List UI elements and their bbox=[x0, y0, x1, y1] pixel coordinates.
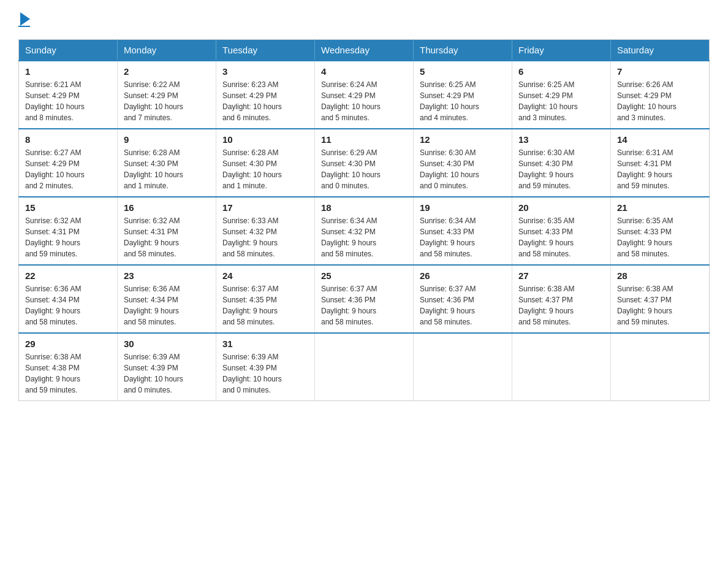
day-number: 3 bbox=[222, 66, 308, 77]
day-number: 17 bbox=[222, 202, 308, 213]
calendar-week-row: 1 Sunrise: 6:21 AMSunset: 4:29 PMDayligh… bbox=[19, 61, 710, 129]
calendar-cell: 13 Sunrise: 6:30 AMSunset: 4:30 PMDaylig… bbox=[512, 129, 611, 197]
day-number: 4 bbox=[321, 66, 407, 77]
day-info: Sunrise: 6:38 AMSunset: 4:37 PMDaylight:… bbox=[617, 285, 673, 326]
calendar-cell: 10 Sunrise: 6:28 AMSunset: 4:30 PMDaylig… bbox=[216, 129, 315, 197]
day-number: 28 bbox=[617, 270, 703, 281]
calendar-cell bbox=[315, 333, 414, 401]
day-number: 14 bbox=[617, 134, 703, 145]
weekday-header-friday: Friday bbox=[512, 40, 611, 61]
calendar-cell: 27 Sunrise: 6:38 AMSunset: 4:37 PMDaylig… bbox=[512, 265, 611, 333]
day-number: 26 bbox=[420, 270, 506, 281]
day-number: 25 bbox=[321, 270, 407, 281]
day-info: Sunrise: 6:21 AMSunset: 4:29 PMDaylight:… bbox=[25, 80, 85, 122]
day-info: Sunrise: 6:32 AMSunset: 4:31 PMDaylight:… bbox=[124, 216, 180, 258]
day-number: 7 bbox=[617, 66, 703, 77]
day-info: Sunrise: 6:37 AMSunset: 4:36 PMDaylight:… bbox=[321, 285, 377, 326]
calendar-cell: 4 Sunrise: 6:24 AMSunset: 4:29 PMDayligh… bbox=[315, 61, 414, 129]
day-number: 22 bbox=[25, 270, 111, 281]
calendar-cell: 23 Sunrise: 6:36 AMSunset: 4:34 PMDaylig… bbox=[118, 265, 216, 333]
calendar-cell: 20 Sunrise: 6:35 AMSunset: 4:33 PMDaylig… bbox=[512, 197, 611, 265]
day-number: 23 bbox=[124, 270, 210, 281]
day-number: 1 bbox=[25, 66, 111, 77]
day-info: Sunrise: 6:39 AMSunset: 4:39 PMDaylight:… bbox=[124, 353, 183, 394]
day-info: Sunrise: 6:37 AMSunset: 4:36 PMDaylight:… bbox=[420, 285, 476, 326]
calendar-cell: 26 Sunrise: 6:37 AMSunset: 4:36 PMDaylig… bbox=[414, 265, 512, 333]
calendar-cell: 3 Sunrise: 6:23 AMSunset: 4:29 PMDayligh… bbox=[216, 61, 315, 129]
calendar-cell: 16 Sunrise: 6:32 AMSunset: 4:31 PMDaylig… bbox=[118, 197, 216, 265]
calendar-cell: 8 Sunrise: 6:27 AMSunset: 4:29 PMDayligh… bbox=[19, 129, 118, 197]
weekday-header-tuesday: Tuesday bbox=[216, 40, 315, 61]
day-info: Sunrise: 6:37 AMSunset: 4:35 PMDaylight:… bbox=[222, 285, 278, 326]
day-number: 5 bbox=[420, 66, 506, 77]
day-info: Sunrise: 6:38 AMSunset: 4:38 PMDaylight:… bbox=[25, 353, 81, 394]
weekday-header-row: SundayMondayTuesdayWednesdayThursdayFrid… bbox=[19, 40, 710, 61]
day-info: Sunrise: 6:35 AMSunset: 4:33 PMDaylight:… bbox=[617, 216, 673, 258]
calendar-cell: 28 Sunrise: 6:38 AMSunset: 4:37 PMDaylig… bbox=[611, 265, 710, 333]
day-number: 24 bbox=[222, 270, 308, 281]
day-number: 18 bbox=[321, 202, 407, 213]
calendar-cell: 1 Sunrise: 6:21 AMSunset: 4:29 PMDayligh… bbox=[19, 61, 118, 129]
calendar-cell: 29 Sunrise: 6:38 AMSunset: 4:38 PMDaylig… bbox=[19, 333, 118, 401]
weekday-header-saturday: Saturday bbox=[611, 40, 710, 61]
calendar-cell: 24 Sunrise: 6:37 AMSunset: 4:35 PMDaylig… bbox=[216, 265, 315, 333]
day-info: Sunrise: 6:38 AMSunset: 4:37 PMDaylight:… bbox=[518, 285, 574, 326]
calendar-table: SundayMondayTuesdayWednesdayThursdayFrid… bbox=[18, 39, 710, 401]
day-number: 10 bbox=[222, 134, 308, 145]
day-number: 12 bbox=[420, 134, 506, 145]
day-number: 21 bbox=[617, 202, 703, 213]
day-number: 8 bbox=[25, 134, 111, 145]
day-info: Sunrise: 6:34 AMSunset: 4:32 PMDaylight:… bbox=[321, 216, 377, 258]
day-number: 27 bbox=[518, 270, 604, 281]
weekday-header-sunday: Sunday bbox=[19, 40, 118, 61]
day-info: Sunrise: 6:29 AMSunset: 4:30 PMDaylight:… bbox=[321, 148, 381, 190]
day-number: 15 bbox=[25, 202, 111, 213]
page-header bbox=[18, 12, 710, 27]
calendar-cell: 6 Sunrise: 6:25 AMSunset: 4:29 PMDayligh… bbox=[512, 61, 611, 129]
calendar-cell: 22 Sunrise: 6:36 AMSunset: 4:34 PMDaylig… bbox=[19, 265, 118, 333]
day-number: 13 bbox=[518, 134, 604, 145]
day-number: 19 bbox=[420, 202, 506, 213]
day-number: 11 bbox=[321, 134, 407, 145]
calendar-cell: 5 Sunrise: 6:25 AMSunset: 4:29 PMDayligh… bbox=[414, 61, 512, 129]
day-info: Sunrise: 6:24 AMSunset: 4:29 PMDaylight:… bbox=[321, 80, 381, 122]
day-info: Sunrise: 6:33 AMSunset: 4:32 PMDaylight:… bbox=[222, 216, 278, 258]
calendar-cell: 25 Sunrise: 6:37 AMSunset: 4:36 PMDaylig… bbox=[315, 265, 414, 333]
day-info: Sunrise: 6:27 AMSunset: 4:29 PMDaylight:… bbox=[25, 148, 85, 190]
calendar-cell: 9 Sunrise: 6:28 AMSunset: 4:30 PMDayligh… bbox=[118, 129, 216, 197]
day-info: Sunrise: 6:25 AMSunset: 4:29 PMDaylight:… bbox=[518, 80, 578, 122]
day-info: Sunrise: 6:32 AMSunset: 4:31 PMDaylight:… bbox=[25, 216, 81, 258]
calendar-cell bbox=[512, 333, 611, 401]
day-number: 16 bbox=[124, 202, 210, 213]
day-info: Sunrise: 6:30 AMSunset: 4:30 PMDaylight:… bbox=[518, 148, 574, 190]
day-info: Sunrise: 6:28 AMSunset: 4:30 PMDaylight:… bbox=[222, 148, 282, 190]
calendar-cell: 30 Sunrise: 6:39 AMSunset: 4:39 PMDaylig… bbox=[118, 333, 216, 401]
calendar-cell: 17 Sunrise: 6:33 AMSunset: 4:32 PMDaylig… bbox=[216, 197, 315, 265]
day-number: 29 bbox=[25, 339, 111, 349]
day-info: Sunrise: 6:22 AMSunset: 4:29 PMDaylight:… bbox=[124, 80, 183, 122]
weekday-header-thursday: Thursday bbox=[414, 40, 512, 61]
weekday-header-wednesday: Wednesday bbox=[315, 40, 414, 61]
calendar-week-row: 15 Sunrise: 6:32 AMSunset: 4:31 PMDaylig… bbox=[19, 197, 710, 265]
calendar-cell: 2 Sunrise: 6:22 AMSunset: 4:29 PMDayligh… bbox=[118, 61, 216, 129]
day-info: Sunrise: 6:28 AMSunset: 4:30 PMDaylight:… bbox=[124, 148, 183, 190]
calendar-week-row: 22 Sunrise: 6:36 AMSunset: 4:34 PMDaylig… bbox=[19, 265, 710, 333]
day-info: Sunrise: 6:23 AMSunset: 4:29 PMDaylight:… bbox=[222, 80, 282, 122]
calendar-cell: 18 Sunrise: 6:34 AMSunset: 4:32 PMDaylig… bbox=[315, 197, 414, 265]
calendar-cell bbox=[414, 333, 512, 401]
day-number: 9 bbox=[124, 134, 210, 145]
calendar-cell: 15 Sunrise: 6:32 AMSunset: 4:31 PMDaylig… bbox=[19, 197, 118, 265]
calendar-week-row: 8 Sunrise: 6:27 AMSunset: 4:29 PMDayligh… bbox=[19, 129, 710, 197]
day-info: Sunrise: 6:39 AMSunset: 4:39 PMDaylight:… bbox=[222, 353, 282, 394]
day-info: Sunrise: 6:31 AMSunset: 4:31 PMDaylight:… bbox=[617, 148, 673, 190]
calendar-cell: 21 Sunrise: 6:35 AMSunset: 4:33 PMDaylig… bbox=[611, 197, 710, 265]
day-info: Sunrise: 6:35 AMSunset: 4:33 PMDaylight:… bbox=[518, 216, 574, 258]
calendar-cell: 11 Sunrise: 6:29 AMSunset: 4:30 PMDaylig… bbox=[315, 129, 414, 197]
calendar-cell bbox=[611, 333, 710, 401]
day-number: 2 bbox=[124, 66, 210, 77]
calendar-cell: 19 Sunrise: 6:34 AMSunset: 4:33 PMDaylig… bbox=[414, 197, 512, 265]
calendar-cell: 14 Sunrise: 6:31 AMSunset: 4:31 PMDaylig… bbox=[611, 129, 710, 197]
calendar-cell: 31 Sunrise: 6:39 AMSunset: 4:39 PMDaylig… bbox=[216, 333, 315, 401]
day-info: Sunrise: 6:26 AMSunset: 4:29 PMDaylight:… bbox=[617, 80, 677, 122]
day-number: 31 bbox=[222, 339, 308, 349]
